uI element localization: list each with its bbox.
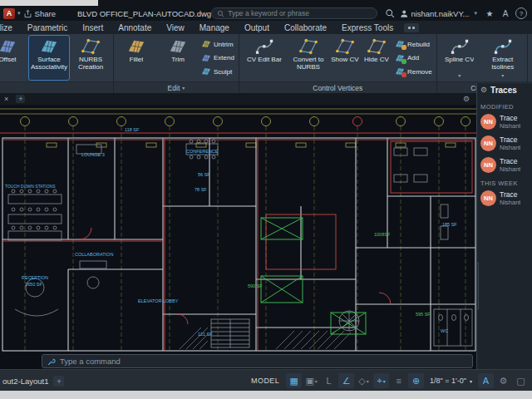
drawing-area[interactable]: 118 SFLOUNGE 3CONFERENCE56 SF78 SFTOUCH … [0,105,532,369]
status-bar: out2-Layout1 + MODEL ▦▣▾L∠◇▾⌖▾≡⊕ 1/8" = … [0,369,532,392]
lineweight-icon[interactable]: ≡ [391,373,406,388]
rewards-icon[interactable]: ★ [484,8,495,19]
cv-edit-bar-button[interactable]: CV Edit Bar [242,36,287,80]
annotation-visibility-icon[interactable]: A [478,373,494,388]
title-bar: A ▾ Share BLVD OFFICE_PLAN-AUTOCAD.dwg T… [0,6,532,21]
object-snap-icon-caret: ▾ [383,378,386,384]
search-magnifier-icon [385,8,395,18]
new-layout-button[interactable]: + [53,376,64,387]
trace-item[interactable]: NNTraceNishant [480,190,529,206]
trim-button[interactable]: Trim [158,36,198,80]
spline-cv-button[interactable]: Spline CV ▾ [440,36,480,80]
grid-display-icon[interactable]: ▦ [286,373,302,388]
trace-item[interactable]: NNTraceNishant [480,135,529,151]
offset-button[interactable]: Offset [0,36,27,80]
clean-screen-icon[interactable]: ▢ [513,373,529,388]
ribbon-tab-manage[interactable]: Manage [192,22,237,34]
remove-button[interactable]: Remove [395,66,432,77]
drawing-text-label: 2650 SF [25,282,42,287]
spline-cv-caret-icon: ▾ [458,73,461,78]
drawing-text-label: WC [441,328,448,333]
search-box[interactable]: Type a keyword or phrase [211,7,377,19]
command-input-placeholder: Type a command [60,357,121,366]
surface-associativity-toggle[interactable]: Surface Associativity [29,36,69,80]
sculpt-button[interactable]: Sculpt [201,66,234,77]
ribbon-panel-control-vertices: CV Edit Bar Convert to NURBS Show CV Hid… [239,34,437,93]
drawing-text-label: 121 SF [198,332,213,337]
extract-isolines-icon [494,37,512,56]
autodesk-assistant-icon[interactable]: A [500,8,511,19]
isometric-drafting-icon[interactable]: ◇▾ [356,373,372,388]
nurbs-creation-toggle[interactable]: NURBS Creation [71,36,111,80]
trace-item[interactable]: NNTraceNishant [480,114,529,130]
autocad-logo-icon[interactable]: A [3,8,15,19]
file-tab-close-icon[interactable]: × [4,95,8,103]
convert-to-nurbs-button[interactable]: Convert to NURBS [288,36,328,80]
snap-mode-icon-caret: ▾ [315,378,318,384]
add-button[interactable]: Add [395,52,432,64]
title-bar-actions: nishant.naikVY... ▾ ★ A ? [384,7,529,19]
document-title: BLVD OFFICE_PLAN-AUTOCAD.dwg [77,9,211,18]
untrim-button[interactable]: Untrim [201,38,234,50]
traces-settings-icon[interactable]: ⚙ [480,86,487,94]
drawing-text-label: LOUNGE 3 [81,152,105,157]
trace-avatar: NN [480,114,496,130]
ribbon-tab-collaborate[interactable]: Collaborate [277,22,334,34]
ribbon-tab-parametric[interactable]: Parametric [20,22,75,34]
extract-isolines-caret-icon: ▾ [501,73,504,78]
ortho-mode-icon[interactable]: L [321,373,337,388]
extend-icon [201,53,211,63]
trace-title: Trace [500,157,520,165]
snap-mode-icon[interactable]: ▣▾ [303,373,319,388]
workspace-switching-icon[interactable]: ⚙ [495,373,511,388]
share-label: Share [35,9,56,18]
search-button[interactable] [384,8,396,19]
polar-tracking-icon[interactable]: ∠ [338,373,354,388]
share-button[interactable]: Share [23,9,56,18]
traces-palette: ⚙ Traces MODIFIEDNNTraceNishantNNTraceNi… [476,83,532,369]
panel-label-control-vertices[interactable]: Control Vertices [239,81,436,93]
annotation-scale-button[interactable]: 1/8" = 1'-0" ▾ [425,377,477,385]
drawing-text-label: 118 SF [125,127,140,132]
extend-button[interactable]: Extend [201,52,234,64]
model-space-button[interactable]: MODEL [245,377,285,385]
object-snap-icon[interactable]: ⌖▾ [373,373,389,388]
show-cv-button[interactable]: Show CV [330,36,360,80]
user-menu[interactable]: nishant.naikVY... ▾ [400,9,480,18]
ribbon-tab-view[interactable]: View [159,22,192,34]
panel-label-create [0,81,113,93]
file-tabs-menu-icon[interactable]: ⚙ [463,95,470,103]
trim-icon [169,37,187,56]
trace-item[interactable]: NNTraceNishant [480,157,529,173]
rebuild-button[interactable]: Rebuild [395,38,432,50]
app-menu-caret-icon[interactable]: ▾ [17,10,21,17]
trace-avatar: NN [480,135,496,151]
ribbon-tab-express-tools[interactable]: Express Tools [334,22,401,34]
search-placeholder: Type a keyword or phrase [228,9,309,17]
fillet-button[interactable]: Fillet [116,36,156,80]
ribbon-overflow-icon[interactable] [404,23,419,32]
panel-label-edit[interactable]: Edit ▾ [114,81,239,93]
layout-tab[interactable]: out2-Layout1 [0,377,53,386]
drawing-text-label: 1008SF [374,232,391,237]
ribbon-tab-insert[interactable]: Insert [75,22,111,34]
ribbon-tab-annotate[interactable]: Annotate [111,22,159,34]
selection-cycling-icon[interactable]: ⊕ [408,373,424,388]
drawing-text-label: RECEPTION [22,275,48,280]
untrim-icon [201,39,211,49]
floor-plan-svg[interactable]: 118 SFLOUNGE 3CONFERENCE56 SF78 SFTOUCH … [0,105,478,369]
trace-subtitle: Nishant [500,199,520,206]
ribbon-tab-visualize[interactable]: Visualize [0,22,20,34]
help-icon[interactable]: ? [515,7,527,19]
ribbon-tab-output[interactable]: Output [237,22,277,34]
add-icon [395,53,405,63]
trace-subtitle: Nishant [500,144,520,151]
traces-sections: MODIFIEDNNTraceNishantNNTraceNishantNNTr… [477,103,532,206]
fillet-icon [127,37,145,56]
extract-isolines-button[interactable]: Extract Isolines ▾ [481,36,525,80]
new-drawing-tab-button[interactable]: + [16,95,25,103]
traces-palette-tab[interactable]: TRACES [476,262,479,309]
hide-cv-button[interactable]: Hide CV [362,36,392,80]
drawing-text-label: TOUCH DOWN STATIONS [5,184,56,189]
command-line[interactable]: Type a command [42,354,473,368]
